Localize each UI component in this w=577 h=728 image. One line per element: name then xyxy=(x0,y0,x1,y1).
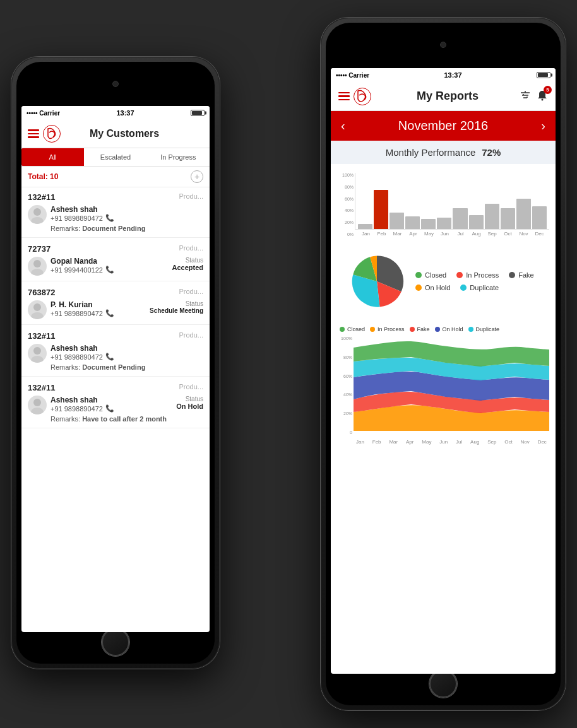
avatar-1 xyxy=(28,205,47,224)
filter-tabs: All Escalated In Progress xyxy=(21,148,210,167)
area-chart-x-labels: Jan Feb Mar Apr May Jun Jul Aug Sep Oct xyxy=(354,437,549,445)
customer-phone-2: +91 9994400122 📞 xyxy=(51,266,168,274)
remarks-5: Remarks: Have to call after 2 month xyxy=(51,415,172,423)
status-value-3: Schedule Meeting xyxy=(150,307,203,314)
svg-point-4 xyxy=(33,303,41,311)
hamburger-menu[interactable] xyxy=(28,129,39,138)
customer-name-5: Ashesh shah xyxy=(51,396,172,404)
phone1-home-button[interactable] xyxy=(102,628,129,656)
legend-in-process: In Process xyxy=(456,271,499,279)
total-count: Total: 10 xyxy=(28,172,58,181)
phone2-time: 13:37 xyxy=(444,71,461,79)
bar-chart xyxy=(355,173,549,230)
avatar-4 xyxy=(28,344,47,363)
performance-value: 72% xyxy=(482,147,501,158)
product-label-4: Produ... xyxy=(179,331,203,341)
phone2-inner: ••••• Carrier 13:37 My Repor xyxy=(326,23,561,705)
avatar-2 xyxy=(28,257,47,276)
tab-escalated[interactable]: Escalated xyxy=(84,148,146,166)
svg-point-8 xyxy=(33,399,41,406)
status-col-2: Status Accepted xyxy=(172,257,203,271)
status-value-5: On Hold xyxy=(176,402,203,410)
next-month-button[interactable]: › xyxy=(541,119,545,133)
phone1-screen: ••••• Carrier 13:37 My Custo xyxy=(21,106,210,632)
call-icon-2[interactable]: 📞 xyxy=(105,266,114,274)
call-icon-1[interactable]: 📞 xyxy=(105,214,114,222)
status-col-5: Status On Hold xyxy=(176,396,203,410)
product-label-1: Produ... xyxy=(179,192,203,202)
add-button[interactable]: + xyxy=(191,170,203,183)
legend-closed: Closed xyxy=(415,271,446,279)
status-value-2: Accepted xyxy=(172,264,203,271)
phone2-status-bar: ••••• Carrier 13:37 xyxy=(331,68,556,82)
customer-phone-1: +91 9898890472 📞 xyxy=(51,214,203,222)
customer-id-5: 132#11 xyxy=(28,383,55,392)
battery-icon xyxy=(191,110,205,116)
customers-app-header: My Customers xyxy=(21,120,210,148)
avatar-5 xyxy=(28,396,47,414)
pie-legend: Closed In Process Fake xyxy=(415,271,534,291)
scene: ••••• Carrier 13:37 My Custo xyxy=(0,0,577,728)
area-chart-section: Closed In Process Fake On Hold xyxy=(331,320,556,451)
phone1-status-bar: ••••• Carrier 13:37 xyxy=(21,106,210,120)
call-icon-4[interactable]: 📞 xyxy=(105,353,114,361)
reports-page-title: My Reports xyxy=(375,90,520,103)
customer-name-3: P. H. Kurian xyxy=(51,300,146,309)
phone2-battery xyxy=(537,72,550,78)
customer-id-1: 132#11 xyxy=(28,192,55,202)
product-label-3: Produ... xyxy=(179,288,203,297)
customer-card-2[interactable]: 72737 Produ... Gopal Nanda xyxy=(21,239,210,281)
svg-point-7 xyxy=(31,356,44,363)
customer-phone-3: +91 9898890472 📞 xyxy=(51,309,146,317)
total-bar: Total: 10 + xyxy=(21,167,210,187)
pie-chart-section: Closed In Process Fake xyxy=(331,245,556,317)
legend-fake: Fake xyxy=(509,271,533,279)
time-text: 13:37 xyxy=(116,109,134,117)
customer-phone-4: +91 9898890472 📞 xyxy=(51,353,203,361)
carrier-text: ••••• Carrier xyxy=(27,110,60,117)
customer-id-3: 763872 xyxy=(28,288,55,297)
bar-chart-section: 100% 80% 60% 40% 20% 0% xyxy=(331,167,556,243)
app-logo xyxy=(43,125,61,143)
avatar-3 xyxy=(28,300,47,319)
month-title: November 2016 xyxy=(398,119,488,133)
reports-app-header: My Reports xyxy=(331,82,556,111)
svg-point-9 xyxy=(31,408,44,414)
phone2-home-button[interactable] xyxy=(429,670,457,698)
customer-name-1: Ashesh shah xyxy=(51,205,203,214)
reports-hamburger[interactable] xyxy=(338,92,350,101)
call-icon-5[interactable]: 📞 xyxy=(105,404,114,413)
svg-point-6 xyxy=(33,347,41,355)
svg-point-3 xyxy=(31,269,44,276)
customer-name-2: Gopal Nanda xyxy=(51,257,168,266)
reports-logo xyxy=(354,88,371,105)
svg-point-2 xyxy=(33,260,41,267)
month-nav: ‹ November 2016 › xyxy=(331,111,556,141)
performance-label: Monthly Performance xyxy=(386,147,476,158)
prev-month-button[interactable]: ‹ xyxy=(341,119,345,133)
area-legend-duplicate: Duplicate xyxy=(468,326,500,332)
customer-card-3[interactable]: 763872 Produ... P. H. Kuria xyxy=(21,283,210,325)
svg-point-1 xyxy=(31,217,44,224)
bar-chart-x-labels: Jan Feb Mar Apr May Jun Jul Aug Sep Oct xyxy=(356,230,549,237)
area-legend: Closed In Process Fake On Hold xyxy=(337,326,549,332)
tab-in-progress[interactable]: In Progress xyxy=(147,148,210,166)
bell-icon[interactable]: 5 xyxy=(537,90,548,103)
phone2-camera xyxy=(440,42,446,48)
phone2-screen: ••••• Carrier 13:37 My Repor xyxy=(331,68,556,674)
customer-list: 132#11 Produ... Ashesh shah xyxy=(21,187,210,430)
svg-point-16 xyxy=(542,98,544,100)
area-chart xyxy=(354,336,549,437)
customer-card-1[interactable]: 132#11 Produ... Ashesh shah xyxy=(21,187,210,238)
tab-all[interactable]: All xyxy=(21,148,84,166)
customer-name-4: Ashesh shah xyxy=(51,344,203,353)
svg-point-0 xyxy=(33,208,41,216)
customer-id-2: 72737 xyxy=(28,244,51,254)
customer-card-4[interactable]: 132#11 Produ... Ashesh shah xyxy=(21,326,210,377)
call-icon-3[interactable]: 📞 xyxy=(105,309,114,317)
customer-card-5[interactable]: 132#11 Produ... Ashesh shah xyxy=(21,378,210,428)
phone1-frame: ••••• Carrier 13:37 My Custo xyxy=(11,57,220,669)
filter-icon[interactable] xyxy=(520,90,530,103)
page-title: My Customers xyxy=(64,128,184,139)
notification-badge: 5 xyxy=(544,86,552,94)
